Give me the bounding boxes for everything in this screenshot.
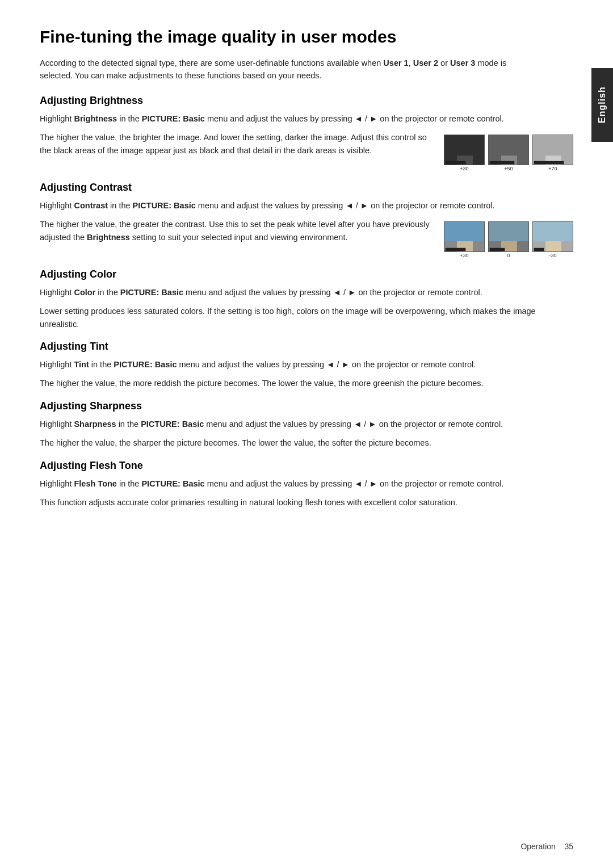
section-flesh-tone: Adjusting Flesh Tone Highlight Flesh Ton… <box>40 460 573 509</box>
flesh-tone-para-1: Highlight Flesh Tone in the PICTURE: Bas… <box>40 477 573 490</box>
section-sharpness: Adjusting Sharpness Highlight Sharpness … <box>40 400 573 450</box>
brightness-thumb-img-1 <box>444 135 485 165</box>
brightness-thumb-3: +70 <box>532 135 573 171</box>
contrast-thumb-3: -30 <box>532 221 573 258</box>
contrast-thumb-img-2 <box>488 221 529 252</box>
brightness-thumb-img-2 <box>488 135 529 165</box>
brightness-para-2: The higher the value, the brighter the i… <box>40 131 434 157</box>
svg-rect-20 <box>446 248 465 251</box>
svg-rect-29 <box>545 241 561 252</box>
contrast-label-1: +30 <box>460 253 468 258</box>
footer-page-number: 35 <box>564 842 573 851</box>
section-heading-sharpness: Adjusting Sharpness <box>40 400 573 412</box>
section-heading-brightness: Adjusting Brightness <box>40 95 573 107</box>
contrast-thumb-2: 0 <box>488 221 529 258</box>
brightness-images: +30 +50 <box>444 135 573 171</box>
section-brightness: Adjusting Brightness Highlight Brightnes… <box>40 95 573 171</box>
contrast-para-1: Highlight Contrast in the PICTURE: Basic… <box>40 199 573 212</box>
brightness-para-1: Highlight Brightness in the PICTURE: Bas… <box>40 112 573 125</box>
page-container: English Fine-tuning the image quality in… <box>0 0 613 868</box>
svg-rect-30 <box>534 248 544 251</box>
svg-rect-8 <box>489 135 529 165</box>
tint-para-2: The higher the value, the more reddish t… <box>40 377 573 390</box>
section-heading-flesh-tone: Adjusting Flesh Tone <box>40 460 573 472</box>
contrast-thumb-1: +30 <box>444 221 485 258</box>
contrast-content-row: The higher the value, the greater the co… <box>40 218 573 258</box>
section-contrast: Adjusting Contrast Highlight Contrast in… <box>40 182 573 258</box>
svg-rect-17 <box>444 222 485 241</box>
svg-rect-9 <box>490 161 514 164</box>
side-tab-label: English <box>597 87 607 124</box>
sharpness-para-2: The higher the value, the sharper the pi… <box>40 437 573 450</box>
page-footer: Operation 35 <box>520 842 573 851</box>
side-tab: English <box>591 68 613 142</box>
contrast-label-2: 0 <box>507 253 510 258</box>
section-tint: Adjusting Tint Highlight Tint in the PIC… <box>40 341 573 390</box>
section-heading-color: Adjusting Color <box>40 269 573 280</box>
page-title: Fine-tuning the image quality in user mo… <box>40 27 573 47</box>
brightness-content-row: The higher the value, the brighter the i… <box>40 131 573 171</box>
brightness-label-2: +50 <box>504 166 513 171</box>
svg-rect-25 <box>490 248 505 251</box>
brightness-thumb-2: +50 <box>488 135 529 171</box>
brightness-thumb-img-3 <box>532 135 573 165</box>
svg-rect-22 <box>489 222 529 241</box>
contrast-thumb-img-1 <box>444 221 485 252</box>
contrast-label-3: -30 <box>549 253 556 258</box>
brightness-label-3: +70 <box>548 166 557 171</box>
svg-rect-13 <box>534 161 564 164</box>
section-heading-contrast: Adjusting Contrast <box>40 182 573 194</box>
brightness-thumb-1: +30 <box>444 135 485 171</box>
footer-operation-label: Operation <box>520 842 555 851</box>
tint-para-1: Highlight Tint in the PICTURE: Basic men… <box>40 358 573 371</box>
svg-rect-3 <box>444 135 485 165</box>
color-para-1: Highlight Color in the PICTURE: Basic me… <box>40 286 573 299</box>
flesh-tone-para-2: This function adjusts accurate color pri… <box>40 496 573 509</box>
contrast-text-col: The higher the value, the greater the co… <box>40 218 434 250</box>
brightness-label-1: +30 <box>460 166 468 171</box>
sharpness-para-1: Highlight Sharpness in the PICTURE: Basi… <box>40 418 573 431</box>
contrast-images: +30 0 <box>444 221 573 258</box>
contrast-thumb-img-3 <box>532 221 573 252</box>
color-para-2: Lower setting produces less saturated co… <box>40 305 573 331</box>
brightness-text-col: The higher the value, the brighter the i… <box>40 131 434 163</box>
svg-rect-4 <box>446 161 465 164</box>
svg-rect-27 <box>533 222 573 241</box>
section-color: Adjusting Color Highlight Color in the P… <box>40 269 573 331</box>
intro-paragraph: According to the detected signal type, t… <box>40 57 534 82</box>
section-heading-tint: Adjusting Tint <box>40 341 573 353</box>
contrast-para-2: The higher the value, the greater the co… <box>40 218 434 244</box>
